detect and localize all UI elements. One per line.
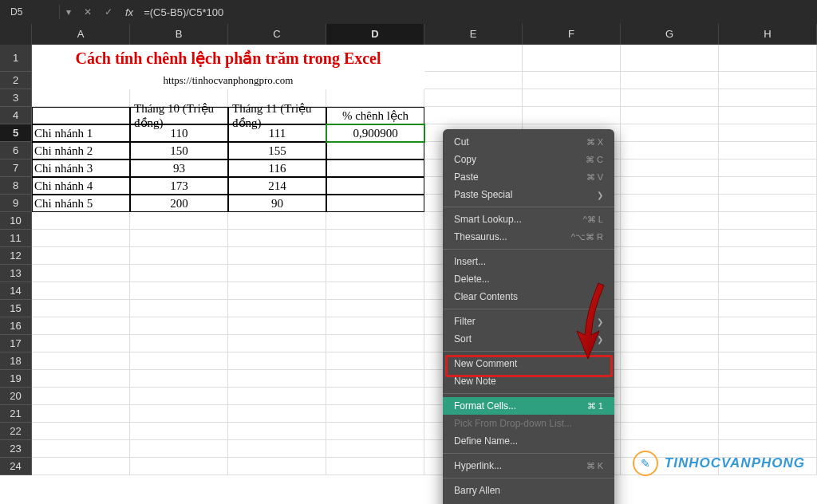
cell[interactable] [621, 72, 719, 89]
row-header-1[interactable]: 1 [0, 45, 32, 72]
cell[interactable] [130, 352, 228, 370]
cell[interactable] [523, 89, 621, 107]
row-header-4[interactable]: 4 [0, 107, 32, 124]
cell[interactable] [326, 352, 424, 370]
row-header-18[interactable]: 18 [0, 352, 32, 370]
row-header-6[interactable]: 6 [0, 142, 32, 159]
cell[interactable]: Chi nhánh 4 [32, 177, 130, 195]
menu-item-smart-lookup[interactable]: Smart Lookup...^⌘ L [443, 211, 614, 228]
cell[interactable] [719, 282, 817, 300]
row-header-14[interactable]: 14 [0, 282, 32, 300]
cell[interactable]: Tháng 11 (Triệu đồng) [228, 107, 326, 124]
cell[interactable]: Tháng 10 (Triệu đồng) [130, 107, 228, 124]
row-header-11[interactable]: 11 [0, 230, 32, 247]
menu-item-cut[interactable]: Cut⌘ X [443, 133, 614, 151]
cell[interactable] [130, 317, 228, 335]
row-header-21[interactable]: 21 [0, 405, 32, 423]
cell[interactable] [719, 317, 817, 335]
cell[interactable] [32, 212, 130, 230]
row-header-19[interactable]: 19 [0, 370, 32, 388]
row-header-24[interactable]: 24 [0, 458, 32, 475]
formula-input[interactable]: =(C5-B5)/C5*100 [140, 6, 223, 18]
cells-area[interactable]: Cách tính chênh lệch phần trăm trong Exc… [32, 45, 817, 475]
cell[interactable] [228, 352, 326, 370]
cell[interactable] [130, 247, 228, 265]
menu-item-new-comment[interactable]: New Comment [443, 355, 614, 372]
col-header-B[interactable]: B [130, 24, 228, 45]
cell[interactable] [32, 300, 130, 317]
row-header-16[interactable]: 16 [0, 317, 32, 335]
cell[interactable] [621, 89, 719, 107]
cell[interactable]: 90 [228, 195, 326, 212]
cell[interactable] [326, 317, 424, 335]
cell[interactable] [326, 177, 424, 195]
confirm-icon[interactable]: ✓ [98, 6, 119, 18]
cell[interactable] [424, 72, 523, 89]
menu-item-define-name[interactable]: Define Name... [443, 432, 614, 450]
cell[interactable] [621, 159, 719, 177]
menu-item-clear-contents[interactable]: Clear Contents [443, 288, 614, 305]
cell[interactable] [523, 107, 621, 124]
cell[interactable] [621, 142, 719, 159]
cell[interactable] [130, 230, 228, 247]
cell[interactable] [326, 212, 424, 230]
cell[interactable] [719, 124, 817, 142]
cell[interactable] [32, 230, 130, 247]
select-all-corner[interactable] [0, 24, 32, 45]
cell[interactable] [228, 405, 326, 423]
cell[interactable]: 214 [228, 177, 326, 195]
cell[interactable] [719, 230, 817, 247]
cell[interactable] [719, 352, 817, 370]
cell[interactable] [326, 247, 424, 265]
cell[interactable] [719, 195, 817, 212]
cell[interactable] [621, 177, 719, 195]
cell[interactable] [32, 370, 130, 388]
cell[interactable] [719, 335, 817, 352]
cell[interactable] [424, 89, 523, 107]
cell[interactable] [326, 423, 424, 440]
cell[interactable] [130, 388, 228, 405]
cell[interactable] [719, 159, 817, 177]
cell[interactable] [326, 370, 424, 388]
cell[interactable] [719, 405, 817, 423]
menu-item-insert[interactable]: Insert... [443, 253, 614, 270]
row-header-15[interactable]: 15 [0, 300, 32, 317]
menu-item-copy[interactable]: Copy⌘ C [443, 151, 614, 168]
row-header-7[interactable]: 7 [0, 159, 32, 177]
cell[interactable] [621, 195, 719, 212]
cell[interactable] [130, 335, 228, 352]
cell[interactable]: Chi nhánh 2 [32, 142, 130, 159]
cell[interactable] [326, 89, 424, 107]
row-header-22[interactable]: 22 [0, 423, 32, 440]
cell[interactable] [621, 247, 719, 265]
cell[interactable] [523, 72, 621, 89]
cell[interactable] [32, 405, 130, 423]
cell[interactable] [719, 89, 817, 107]
cell[interactable] [719, 370, 817, 388]
cell[interactable]: 173 [130, 177, 228, 195]
cell[interactable] [621, 265, 719, 282]
col-header-E[interactable]: E [424, 24, 523, 45]
menu-item-paste-special[interactable]: Paste Special❯ [443, 186, 614, 203]
cell[interactable] [130, 265, 228, 282]
cell[interactable] [621, 405, 719, 423]
cell[interactable] [326, 335, 424, 352]
cell[interactable] [326, 265, 424, 282]
cell[interactable] [130, 370, 228, 388]
cell[interactable] [228, 317, 326, 335]
cell[interactable]: 0,900900 [326, 124, 424, 142]
menu-item-format-cells[interactable]: Format Cells...⌘ 1 [443, 397, 614, 415]
cell[interactable] [621, 230, 719, 247]
row-header-2[interactable]: 2 [0, 72, 32, 89]
menu-item-thesaurus[interactable]: Thesaurus...^⌥⌘ R [443, 228, 614, 246]
cell[interactable] [326, 230, 424, 247]
cell[interactable] [32, 388, 130, 405]
cell[interactable] [621, 317, 719, 335]
col-header-A[interactable]: A [32, 24, 130, 45]
cell[interactable] [326, 458, 424, 475]
col-header-C[interactable]: C [228, 24, 326, 45]
menu-item-hyperlink[interactable]: Hyperlink...⌘ K [443, 457, 614, 474]
cell[interactable] [32, 89, 130, 107]
cell[interactable] [621, 124, 719, 142]
cell[interactable] [326, 300, 424, 317]
